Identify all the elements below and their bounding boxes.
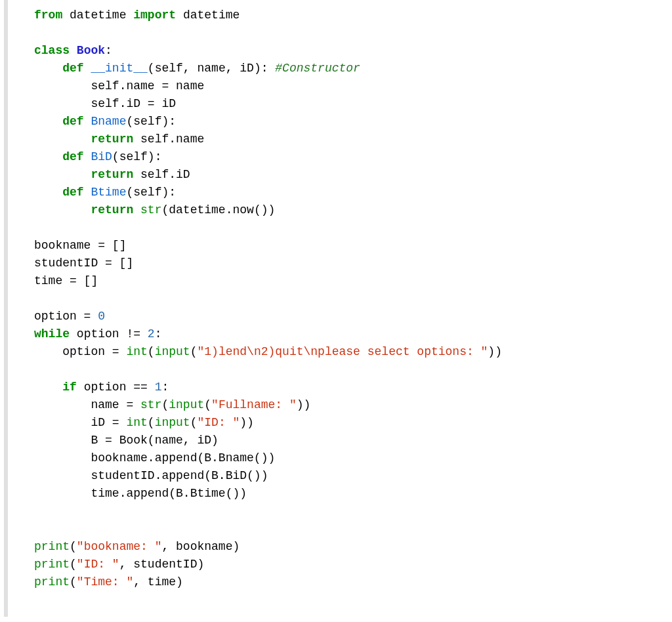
fn-bid: BiD xyxy=(91,150,112,163)
eqeq: == xyxy=(126,381,154,394)
str-time: "Time: " xyxy=(77,575,133,589)
kw-return: return xyxy=(91,203,133,217)
num-0: 0 xyxy=(98,310,105,323)
var-option: option xyxy=(62,345,105,358)
bi-print: print xyxy=(34,540,70,553)
paren-close: ) xyxy=(176,575,183,589)
paren-open: ( xyxy=(190,416,198,429)
kw-from: from xyxy=(34,9,62,22)
colon: : xyxy=(105,44,112,57)
bi-str: str xyxy=(140,398,161,411)
bi-print: print xyxy=(34,575,70,589)
bi-print: print xyxy=(34,558,70,571)
mod-datetime-2: datetime xyxy=(183,9,240,22)
comment-constructor: #Constructor xyxy=(275,62,360,75)
colon: : xyxy=(161,381,169,394)
self-args: (self): xyxy=(112,150,162,163)
self-args: (self): xyxy=(126,186,176,199)
var-option: option xyxy=(84,381,127,394)
paren-open: ( xyxy=(148,416,155,429)
paren-close-close: )) xyxy=(488,345,502,358)
comma: , xyxy=(161,540,176,553)
self-args: (self): xyxy=(126,115,176,128)
eq: = xyxy=(105,345,126,358)
paren-close-close: )) xyxy=(240,416,254,429)
class-book: Book xyxy=(77,44,105,57)
bi-input: input xyxy=(155,345,190,358)
bi-str: str xyxy=(140,203,161,217)
paren-open: ( xyxy=(161,398,169,411)
fn-bname: Bname xyxy=(91,115,126,128)
str-menu: "1)lend\n2)quit\nplease select options: … xyxy=(197,345,488,358)
var-name: name xyxy=(91,398,119,411)
kw-return: return xyxy=(91,168,133,181)
append-bid: .append(B.BiD()) xyxy=(155,469,268,482)
bi-input: input xyxy=(155,416,190,429)
num-1: 1 xyxy=(155,381,162,394)
kw-def: def xyxy=(62,186,83,199)
dt-now-call: (datetime.now()) xyxy=(161,203,275,217)
ret-self-name: self.name xyxy=(133,133,204,146)
code-block: from datetime import datetime class Book… xyxy=(4,0,672,617)
eq: = xyxy=(105,416,126,429)
var-time: time xyxy=(34,274,62,287)
var-id: iD xyxy=(91,416,105,429)
paren-open: ( xyxy=(70,540,77,553)
var-b: B xyxy=(91,434,98,447)
var-option: option xyxy=(77,327,119,341)
fn-btime: Btime xyxy=(91,186,126,199)
num-2: 2 xyxy=(148,327,155,341)
var-time: time xyxy=(91,487,119,500)
comma: , xyxy=(133,575,148,589)
fn-init: __init__ xyxy=(91,62,147,75)
colon: : xyxy=(155,327,162,341)
empty-list: = [] xyxy=(91,239,126,252)
eq: = xyxy=(77,310,98,323)
var-time: time xyxy=(148,575,176,589)
empty-list: = [] xyxy=(62,274,98,287)
var-bookname: bookname xyxy=(91,451,147,465)
kw-def: def xyxy=(62,150,83,163)
kw-if: if xyxy=(62,381,77,394)
str-fullname: "Fullname: " xyxy=(211,398,297,411)
bi-int: int xyxy=(126,416,147,429)
mod-datetime: datetime xyxy=(70,9,126,22)
book-call: = Book(name, iD) xyxy=(98,434,219,447)
append-btime: .append(B.Btime()) xyxy=(119,487,247,500)
paren-open: ( xyxy=(70,558,77,571)
kw-return: return xyxy=(91,133,133,146)
neq: != xyxy=(119,327,148,341)
bi-input: input xyxy=(169,398,204,411)
init-args: (self, name, iD): xyxy=(148,62,275,75)
var-studentid: studentID xyxy=(34,257,98,270)
kw-def: def xyxy=(62,115,83,128)
bi-int: int xyxy=(126,345,147,358)
paren-open: ( xyxy=(190,345,198,358)
str-bookname: "bookname: " xyxy=(77,540,162,553)
paren-close: ) xyxy=(232,540,240,553)
paren-close-close: )) xyxy=(297,398,311,411)
paren-open: ( xyxy=(204,398,211,411)
kw-while: while xyxy=(34,327,70,341)
paren-open: ( xyxy=(148,345,155,358)
ret-self-id: self.iD xyxy=(133,168,190,181)
paren-close: ) xyxy=(197,558,204,571)
append-bname: .append(B.Bname()) xyxy=(148,451,275,465)
assign-self-id: self.iD = iD xyxy=(91,97,176,110)
kw-import: import xyxy=(133,9,176,22)
comma: , xyxy=(119,558,134,571)
str-idlbl: "ID: " xyxy=(77,558,119,571)
kw-class: class xyxy=(34,44,70,57)
assign-self-name: self.name = name xyxy=(91,79,204,93)
var-studentid: studentID xyxy=(133,558,197,571)
paren-open: ( xyxy=(70,575,77,589)
str-id: "ID: " xyxy=(197,416,240,429)
kw-def: def xyxy=(62,62,83,75)
eq: = xyxy=(119,398,140,411)
var-bookname: bookname xyxy=(34,239,91,252)
var-option: option xyxy=(34,310,77,323)
empty-list: = [] xyxy=(98,257,133,270)
var-bookname: bookname xyxy=(176,540,232,553)
var-studentid: studentID xyxy=(91,469,154,482)
